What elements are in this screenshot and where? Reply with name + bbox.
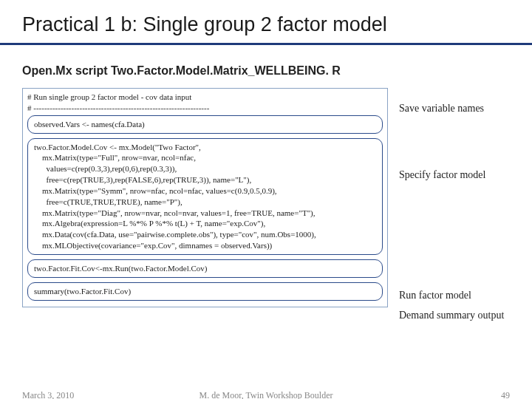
code-comment-1: # Run single group 2 factor model - cov … bbox=[27, 92, 383, 103]
code-block-2: two.Factor.Model.Cov <- mx.Model("Two Fa… bbox=[34, 142, 376, 251]
code-bubble-summary: summary(two.Factor.Fit.Cov) bbox=[27, 282, 383, 301]
code-bubble-observed-vars: observed.Vars <- names(cfa.Data) bbox=[27, 115, 383, 134]
subtitle: Open.Mx script Two.Factor.Model.Matrix_W… bbox=[22, 64, 510, 78]
subtitle-prefix: Open.Mx script bbox=[22, 64, 111, 77]
title-underline bbox=[0, 43, 532, 45]
annotation-summary: Demand summary output bbox=[399, 310, 504, 321]
content-area: # Run single group 2 factor model - cov … bbox=[22, 88, 510, 361]
subtitle-script-name: Two.Factor.Model.Matrix_WELLBEING. R bbox=[111, 64, 341, 77]
slide-title: Practical 1 b: Single group 2 factor mod… bbox=[22, 13, 510, 44]
code-block-3: two.Factor.Fit.Cov<-mx.Run(two.Factor.Mo… bbox=[34, 263, 376, 274]
code-bubble-run: two.Factor.Fit.Cov<-mx.Run(two.Factor.Mo… bbox=[27, 259, 383, 278]
footer-author: M. de Moor, Twin Workshop Boulder bbox=[0, 390, 532, 399]
annotation-run-model: Run factor model bbox=[399, 290, 471, 301]
code-block-1: observed.Vars <- names(cfa.Data) bbox=[34, 119, 376, 130]
footer-page-number: 49 bbox=[501, 390, 510, 399]
code-column: # Run single group 2 factor model - cov … bbox=[22, 88, 388, 307]
code-block-4: summary(two.Factor.Fit.Cov) bbox=[34, 286, 376, 297]
annotation-save-vars: Save variable names bbox=[399, 103, 484, 115]
code-comment-2: # --------------------------------------… bbox=[27, 103, 383, 114]
annotation-specify-model: Specify factor model bbox=[399, 169, 485, 181]
code-outer-box: # Run single group 2 factor model - cov … bbox=[22, 88, 388, 307]
code-bubble-model: two.Factor.Model.Cov <- mx.Model("Two Fa… bbox=[27, 138, 383, 255]
